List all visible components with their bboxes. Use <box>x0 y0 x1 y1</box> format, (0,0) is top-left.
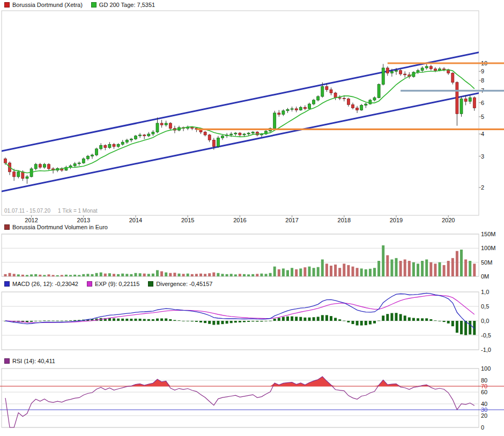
volume-bar <box>247 274 250 276</box>
candle-body <box>113 144 115 146</box>
candle-body <box>143 135 146 136</box>
divergence-bar <box>265 321 268 321</box>
price-y-axis-labels: 1098765432 <box>479 60 487 191</box>
divergence-bar <box>369 321 372 325</box>
divergence-bar <box>429 319 432 321</box>
candle-body <box>100 145 102 148</box>
legend-item-exp: EXP (9): 0,22115 <box>87 281 139 287</box>
divergence-series-label: Divergence: -0,45157 <box>156 281 212 287</box>
divergence-bar <box>425 318 428 321</box>
divergence-bar <box>295 317 298 321</box>
divergence-swatch-icon <box>148 281 153 287</box>
divergence-bar <box>417 318 419 321</box>
candle-body <box>313 100 315 104</box>
divergence-bar <box>404 315 406 321</box>
price-tick-label: 8 <box>481 77 484 84</box>
macd-tick-label: 0,0 <box>481 318 489 324</box>
candle-body <box>95 149 98 155</box>
volume-bar <box>108 273 111 276</box>
candle-body <box>104 145 107 147</box>
volume-bar <box>265 274 268 276</box>
candle-body <box>308 104 311 109</box>
divergence-bar <box>451 321 454 326</box>
candle-body <box>147 134 150 136</box>
legend-item-divergence: Divergence: -0,45157 <box>148 281 212 287</box>
volume-tick-label: 150M <box>481 231 496 237</box>
volume-bar <box>73 275 76 276</box>
divergence-bar <box>113 318 115 321</box>
legend-item-macd: MACD (26, 12): -0,23042 <box>4 281 78 287</box>
candle-body <box>108 144 111 147</box>
candle-body <box>425 66 428 68</box>
candle-body <box>21 172 24 178</box>
candle-body <box>251 132 254 133</box>
legend-item-price: Borussia Dortmund (Xetra) <box>4 2 83 8</box>
divergence-bar <box>239 321 241 322</box>
candle-body <box>295 109 298 110</box>
candle-body <box>125 140 128 142</box>
volume-bar <box>52 275 55 276</box>
volume-bar <box>86 274 89 276</box>
x-axis-year-labels: 201220132014201520162017201820192020 <box>25 215 455 223</box>
candle-body <box>334 93 337 98</box>
divergence-bar <box>121 319 124 321</box>
volume-bar <box>208 273 211 276</box>
price-tick-label: 2 <box>481 184 484 191</box>
candle-body <box>48 164 50 169</box>
divergence-bar <box>251 321 254 321</box>
macd-tick-label: -1,0 <box>481 347 491 353</box>
candle-body <box>456 82 458 114</box>
candle-body <box>4 159 7 163</box>
divergence-bar <box>291 317 293 321</box>
divergence-bar <box>399 314 402 321</box>
year-tick-label: 2012 <box>25 217 38 223</box>
rsi-chart-legend: RSI (14): 40,411 <box>4 358 55 364</box>
divergence-bar <box>313 317 315 321</box>
divergence-bar <box>156 319 159 321</box>
volume-bar <box>39 275 41 276</box>
volume-bar <box>212 273 215 276</box>
volume-bar <box>439 262 441 276</box>
year-tick-label: 2020 <box>442 217 455 223</box>
divergence-bar <box>360 321 363 326</box>
volume-bar <box>147 274 150 276</box>
divergence-bar <box>412 318 415 321</box>
divergence-bar <box>182 321 185 321</box>
candle-body <box>130 139 132 140</box>
volume-bar <box>382 245 384 276</box>
candle-body <box>330 89 332 93</box>
volume-bar <box>456 251 458 276</box>
divergence-bar <box>234 321 237 322</box>
volume-bar <box>473 264 476 276</box>
candle-body <box>303 107 306 109</box>
candle-body <box>373 97 376 100</box>
candle-body <box>282 111 285 115</box>
divergence-bar <box>30 321 33 322</box>
divergence-bar <box>204 321 206 323</box>
divergence-bar <box>256 321 258 322</box>
divergence-bar <box>117 319 120 321</box>
exp-swatch-icon <box>87 281 92 287</box>
chart-range-note: 01.07.11 - 15.07.201 Tick = 1 Monat <box>4 208 98 214</box>
divergence-bar <box>373 321 376 324</box>
volume-bar <box>273 267 276 276</box>
candle-body <box>352 104 354 108</box>
candle-body <box>460 99 463 114</box>
candle-body <box>395 71 398 72</box>
divergence-bars-layer <box>4 313 476 335</box>
candle-body <box>208 135 211 140</box>
volume-series-label: Borussia Dortmund Volumen in Euro <box>12 224 108 230</box>
candle-body <box>91 155 94 156</box>
volume-bar <box>421 261 424 276</box>
divergence-bar <box>321 315 324 321</box>
divergence-bar <box>308 318 311 321</box>
volume-bar <box>156 270 159 276</box>
divergence-bar <box>352 321 354 324</box>
macd-tick-label: 0,5 <box>481 303 489 310</box>
volume-bar <box>404 259 406 276</box>
divergence-bar <box>39 321 41 321</box>
candle-body <box>135 136 137 139</box>
volume-bar <box>191 274 194 276</box>
volume-bar <box>91 274 94 276</box>
volume-bar <box>178 274 181 276</box>
